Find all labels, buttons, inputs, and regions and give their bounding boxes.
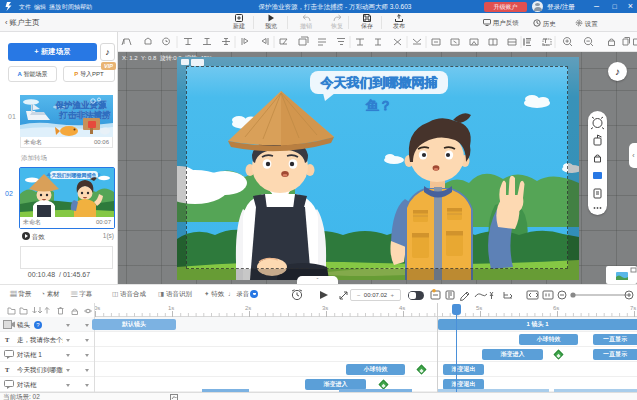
svg-text:5s: 5s [476, 305, 482, 311]
svg-text:6s: 6s [553, 305, 559, 311]
svg-text:1s: 1s [168, 305, 174, 311]
svg-text:4s: 4s [399, 305, 405, 311]
svg-text:2s: 2s [245, 305, 251, 311]
svg-text:3s: 3s [322, 305, 328, 311]
svg-text:0s: 0s [95, 305, 100, 311]
svg-text:保护渔业资源: 保护渔业资源 [55, 100, 108, 110]
svg-text:7s: 7s [630, 305, 636, 311]
